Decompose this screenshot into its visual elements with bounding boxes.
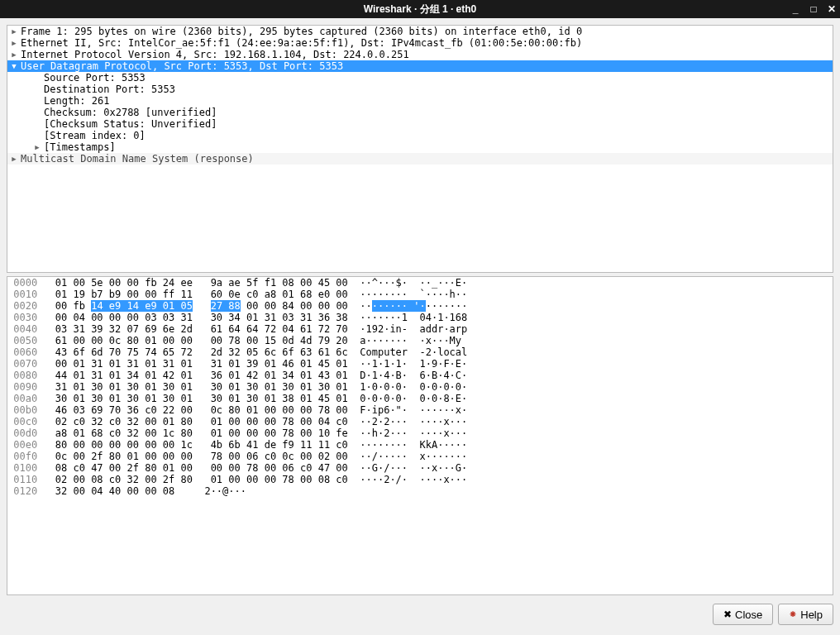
hex-row[interactable]: 00a0 30 01 30 01 30 01 30 01 30 01 30 01… xyxy=(7,393,833,404)
hex-row[interactable]: 0020 00 fb 14 e9 14 e9 01 05 27 88 00 00… xyxy=(7,300,833,312)
help-button[interactable]: ⁕ Help xyxy=(778,604,833,625)
hex-row[interactable]: 0080 44 01 31 01 34 01 42 01 36 01 42 01… xyxy=(7,370,833,381)
tree-row[interactable]: Checksum: 0x2788 [unverified] xyxy=(7,107,833,118)
packet-details-pane[interactable]: ▶Frame 1: 295 bytes on wire (2360 bits),… xyxy=(7,25,833,273)
packet-bytes-pane[interactable]: 0000 01 00 5e 00 00 fb 24 ee 9a ae 5f f1… xyxy=(7,276,833,595)
maximize-button[interactable]: □ xyxy=(809,4,819,14)
tree-row[interactable]: [Stream index: 0] xyxy=(7,130,833,141)
minimize-button[interactable]: _ xyxy=(790,4,800,14)
expand-arrow-icon[interactable]: ▶ xyxy=(7,26,21,37)
hex-row[interactable]: 0070 00 01 31 01 31 01 31 01 31 01 39 01… xyxy=(7,358,833,370)
hex-row[interactable]: 0110 02 00 08 c0 32 00 2f 80 01 00 00 00… xyxy=(7,474,833,485)
tree-row[interactable]: ▶[Timestamps] xyxy=(7,141,833,153)
expand-arrow-icon[interactable]: ▶ xyxy=(7,49,21,60)
tree-row[interactable]: ▶Multicast Domain Name System (response) xyxy=(7,153,833,165)
hex-row[interactable]: 0040 03 31 39 32 07 69 6e 2d 61 64 64 72… xyxy=(7,323,833,335)
help-label: Help xyxy=(800,609,823,621)
hex-row[interactable]: 0010 01 19 b7 b9 00 00 ff 11 60 0e c0 a8… xyxy=(7,289,833,300)
help-icon: ⁕ xyxy=(789,609,797,620)
hex-row[interactable]: 0000 01 00 5e 00 00 fb 24 ee 9a ae 5f f1… xyxy=(7,277,833,289)
hex-row[interactable]: 00b0 46 03 69 70 36 c0 22 00 0c 80 01 00… xyxy=(7,404,833,416)
hex-row[interactable]: 00e0 80 00 00 00 00 00 00 1c 4b 6b 41 de… xyxy=(7,439,833,451)
close-icon: ✖ xyxy=(723,609,732,620)
tree-row[interactable]: Length: 261 xyxy=(7,95,833,107)
titlebar: Wireshark · 分组 1 · eth0 _ □ ✕ xyxy=(0,0,840,18)
tree-row[interactable]: Source Port: 5353 xyxy=(7,72,833,84)
expand-arrow-icon[interactable]: ▶ xyxy=(7,37,21,49)
hex-row[interactable]: 0120 32 00 04 40 00 00 08 2··@··· xyxy=(7,485,833,497)
window-title: Wireshark · 分组 1 · eth0 xyxy=(364,2,477,17)
hex-row[interactable]: 0060 43 6f 6d 70 75 74 65 72 2d 32 05 6c… xyxy=(7,346,833,358)
hex-row[interactable]: 0090 31 01 30 01 30 01 30 01 30 01 30 01… xyxy=(7,381,833,393)
expand-arrow-icon[interactable]: ▶ xyxy=(7,153,21,165)
hex-row[interactable]: 00f0 0c 00 2f 80 01 00 00 00 78 00 06 c0… xyxy=(7,451,833,462)
tree-row[interactable]: [Checksum Status: Unverified] xyxy=(7,118,833,130)
expand-arrow-icon[interactable]: ▼ xyxy=(7,60,21,72)
close-window-button[interactable]: ✕ xyxy=(827,4,837,14)
hex-row[interactable]: 0050 61 00 00 0c 80 01 00 00 00 78 00 15… xyxy=(7,335,833,346)
hex-row[interactable]: 0100 08 c0 47 00 2f 80 01 00 00 00 78 00… xyxy=(7,462,833,474)
tree-row[interactable]: ▶Internet Protocol Version 4, Src: 192.1… xyxy=(7,49,833,60)
close-button[interactable]: ✖ Close xyxy=(713,604,773,625)
tree-row[interactable]: ▶Frame 1: 295 bytes on wire (2360 bits),… xyxy=(7,26,833,37)
tree-row[interactable]: ▶Ethernet II, Src: IntelCor_ae:5f:f1 (24… xyxy=(7,37,833,49)
close-label: Close xyxy=(735,609,762,621)
hex-row[interactable]: 0030 00 04 00 00 00 03 03 31 30 34 01 31… xyxy=(7,312,833,323)
hex-row[interactable]: 00c0 02 c0 32 c0 32 00 01 80 01 00 00 00… xyxy=(7,416,833,427)
hex-row[interactable]: 00d0 a8 01 68 c0 32 00 1c 80 01 00 00 00… xyxy=(7,427,833,439)
tree-row[interactable]: ▼User Datagram Protocol, Src Port: 5353,… xyxy=(7,60,833,72)
tree-row[interactable]: Destination Port: 5353 xyxy=(7,84,833,95)
